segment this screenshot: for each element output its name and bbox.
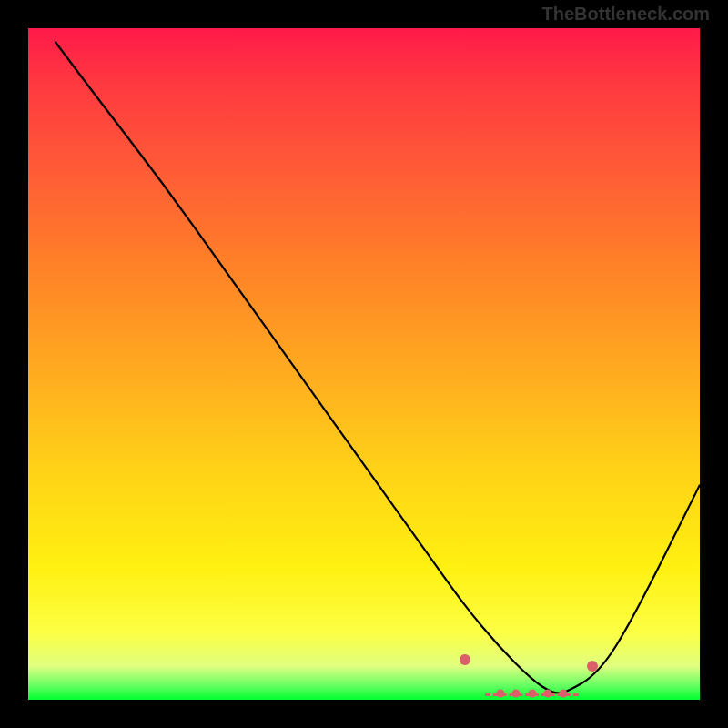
segment-dot bbox=[528, 689, 536, 697]
segment-dot bbox=[512, 689, 521, 697]
segment-dot bbox=[559, 689, 567, 697]
segment-dot bbox=[497, 689, 505, 697]
attribution-text: TheBottleneck.com bbox=[542, 4, 710, 25]
optimal-range-markers bbox=[28, 28, 700, 700]
chart-plot-area bbox=[28, 28, 700, 700]
marker-left bbox=[460, 654, 470, 665]
marker-right bbox=[587, 661, 598, 672]
segment-dot bbox=[543, 689, 551, 697]
